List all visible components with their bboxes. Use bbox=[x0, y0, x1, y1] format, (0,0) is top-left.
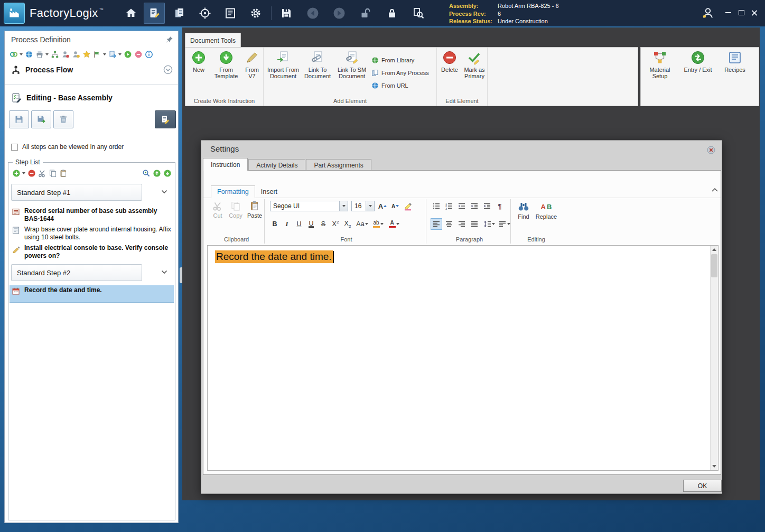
step-item-wrap-cover[interactable]: Wrap base cover plate around internal ho… bbox=[10, 225, 174, 242]
chevron-down-icon[interactable] bbox=[161, 190, 167, 194]
new-button[interactable]: New bbox=[188, 50, 210, 73]
align-center-button[interactable] bbox=[443, 218, 455, 230]
scroll-down-icon[interactable] bbox=[711, 462, 718, 470]
scroll-up-icon[interactable] bbox=[711, 246, 718, 254]
from-url-button[interactable]: From URL bbox=[371, 80, 408, 91]
info-icon[interactable] bbox=[144, 50, 153, 59]
back-button[interactable] bbox=[302, 3, 323, 24]
align-left-button[interactable] bbox=[431, 218, 442, 230]
process-tree-icon[interactable] bbox=[50, 50, 59, 59]
import-from-document-button[interactable]: Import From Document bbox=[267, 50, 300, 79]
dropdown-caret-icon[interactable] bbox=[45, 53, 49, 55]
font-color-button[interactable]: A bbox=[386, 218, 402, 230]
reports-button[interactable] bbox=[220, 3, 241, 24]
user-permissions-icon[interactable] bbox=[71, 50, 80, 59]
publish-web-icon[interactable] bbox=[24, 50, 33, 59]
add-step-icon[interactable] bbox=[12, 169, 21, 178]
travelers-button[interactable] bbox=[169, 3, 190, 24]
cut-button[interactable]: Cut bbox=[209, 201, 227, 219]
step-item-install-console[interactable]: Install electrical console to base. Veri… bbox=[10, 243, 174, 261]
decrease-indent-button[interactable] bbox=[469, 201, 480, 211]
collapse-ribbon-icon[interactable] bbox=[712, 188, 718, 192]
save-step-button[interactable] bbox=[9, 110, 29, 128]
increase-indent-button[interactable] bbox=[481, 201, 493, 211]
stop-icon[interactable] bbox=[134, 50, 143, 59]
copy-button[interactable]: Copy bbox=[227, 201, 245, 219]
combo-arrow-icon[interactable] bbox=[339, 201, 348, 211]
paragraph-spacing-button[interactable] bbox=[497, 218, 512, 230]
process-flow-row[interactable]: Process Flow bbox=[11, 65, 73, 74]
font-family-select[interactable]: Segoe UI bbox=[270, 201, 348, 211]
import-document-icon[interactable] bbox=[108, 50, 117, 59]
link-to-document-button[interactable]: Link To Document bbox=[302, 50, 333, 79]
settings-button[interactable] bbox=[245, 3, 266, 24]
change-case-button[interactable]: Aa bbox=[354, 218, 370, 230]
editor-scrollbar[interactable] bbox=[710, 246, 718, 470]
pin-icon[interactable] bbox=[166, 36, 173, 43]
font-size-select[interactable]: 16 bbox=[351, 201, 375, 211]
from-v7-button[interactable]: From V7 bbox=[241, 50, 263, 79]
tab-activity-details[interactable]: Activity Details bbox=[248, 159, 305, 171]
minimize-button[interactable] bbox=[722, 7, 734, 18]
move-step-down-icon[interactable] bbox=[163, 169, 172, 178]
bold-button[interactable]: B bbox=[269, 218, 281, 230]
bullet-list-button[interactable] bbox=[431, 201, 442, 211]
export-flag-icon[interactable] bbox=[92, 50, 101, 59]
tab-instruction[interactable]: Instruction bbox=[203, 158, 248, 171]
user-remove-icon[interactable] bbox=[61, 50, 70, 59]
favorite-star-icon[interactable] bbox=[82, 50, 91, 59]
cut-step-icon[interactable] bbox=[38, 169, 46, 178]
dialog-close-icon[interactable] bbox=[707, 146, 715, 154]
audit-search-button[interactable] bbox=[408, 3, 429, 24]
start-icon[interactable] bbox=[123, 50, 132, 59]
print-icon[interactable] bbox=[35, 50, 44, 59]
home-button[interactable] bbox=[120, 3, 142, 24]
highlighted-text[interactable]: Record the date and time. bbox=[215, 250, 333, 263]
checkbox-box[interactable] bbox=[11, 144, 18, 151]
subscript-button[interactable]: X2 bbox=[342, 218, 353, 230]
dropdown-caret-icon[interactable] bbox=[103, 53, 106, 55]
highlighter-button[interactable] bbox=[402, 201, 415, 211]
align-right-button[interactable] bbox=[456, 218, 468, 230]
work-instructions-button[interactable] bbox=[144, 3, 165, 24]
step-group-header-2[interactable]: Standard Step #2 bbox=[11, 264, 142, 281]
paste-button[interactable]: Paste bbox=[246, 201, 264, 219]
forward-button[interactable] bbox=[329, 3, 350, 24]
step-item-record-date-selected[interactable]: Record the date and time. bbox=[10, 285, 174, 303]
align-justify-button[interactable] bbox=[469, 218, 480, 230]
from-template-button[interactable]: From Template bbox=[211, 50, 241, 79]
step-group-header-1[interactable]: Standard Step #1 bbox=[11, 184, 142, 201]
move-step-up-icon[interactable] bbox=[152, 169, 161, 178]
dropdown-caret-icon[interactable] bbox=[118, 53, 122, 55]
italic-button[interactable]: I bbox=[281, 218, 293, 230]
import-button[interactable] bbox=[31, 110, 51, 128]
any-order-checkbox[interactable]: All steps can be viewed in any order bbox=[11, 143, 124, 151]
mark-as-primary-button[interactable]: Mark as Primary bbox=[462, 50, 487, 79]
from-library-button[interactable]: From Library bbox=[371, 55, 414, 66]
show-marks-button[interactable]: ¶ bbox=[494, 201, 506, 211]
chevron-down-icon[interactable] bbox=[161, 270, 167, 274]
tab-formatting[interactable]: Formatting bbox=[211, 185, 255, 198]
combo-arrow-icon[interactable] bbox=[366, 201, 374, 211]
underline-button[interactable]: U bbox=[293, 218, 305, 230]
add-step-caret-icon[interactable] bbox=[22, 172, 25, 174]
entry-exit-button[interactable]: Entry / Exit bbox=[680, 50, 716, 73]
save-button[interactable] bbox=[276, 3, 297, 24]
paste-step-icon[interactable] bbox=[59, 169, 68, 178]
collapse-section-icon[interactable] bbox=[163, 65, 173, 74]
lock-button[interactable] bbox=[381, 3, 403, 24]
strikethrough-button[interactable]: S bbox=[318, 218, 329, 230]
dropdown-caret-icon[interactable] bbox=[20, 53, 23, 55]
multilevel-list-button[interactable] bbox=[456, 201, 468, 211]
instruction-text-editor[interactable]: Record the date and time. bbox=[207, 245, 719, 471]
tab-insert[interactable]: Insert bbox=[255, 185, 283, 198]
close-button[interactable] bbox=[748, 7, 760, 18]
document-tools-tab[interactable]: Document Tools bbox=[185, 33, 241, 48]
unlock-button[interactable] bbox=[355, 3, 376, 24]
numbered-list-button[interactable]: 123 bbox=[443, 201, 455, 211]
user-account-button[interactable] bbox=[697, 3, 719, 24]
superscript-button[interactable]: X2 bbox=[330, 218, 341, 230]
grow-font-button[interactable]: A bbox=[377, 201, 388, 211]
material-setup-button[interactable]: Material Setup bbox=[643, 50, 677, 79]
tab-part-assignments[interactable]: Part Assignments bbox=[306, 159, 371, 171]
